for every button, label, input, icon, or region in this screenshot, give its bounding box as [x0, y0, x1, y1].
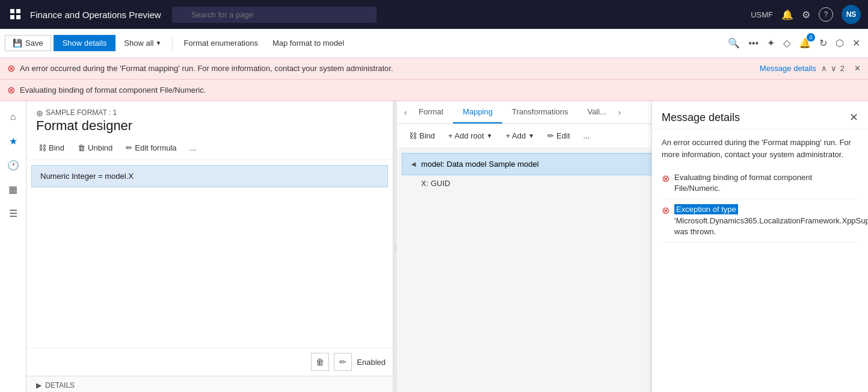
left-sidebar: ⌂ ★ 🕐 ▦ ☰ — [0, 101, 26, 392]
more-options-icon[interactable]: ••• — [745, 35, 762, 52]
format-enumerations-button[interactable]: Format enumerations — [177, 36, 264, 51]
tab-format[interactable]: Format — [409, 101, 453, 123]
tab-transformations[interactable]: Transformations — [502, 101, 577, 123]
add-button[interactable]: + Add ▼ — [501, 129, 540, 143]
page-title: Format designer — [36, 118, 383, 134]
notification-badge: 0 — [807, 33, 815, 42]
add-root-chevron: ▼ — [487, 132, 493, 139]
sidebar-list-icon[interactable]: ☰ — [2, 202, 24, 224]
svg-rect-1 — [16, 9, 20, 13]
details-section[interactable]: ▶ DETAILS — [26, 376, 393, 392]
sidebar-table-icon[interactable]: ▦ — [2, 178, 24, 200]
tab-chevron-right[interactable]: › — [616, 102, 623, 123]
error-text-2: Evaluating binding of format component F… — [20, 86, 206, 95]
link-icon[interactable]: ✦ — [764, 34, 778, 52]
error-bar-2: ⊗ Evaluating binding of format component… — [0, 79, 868, 101]
bind-button[interactable]: ⛓ Bind — [34, 141, 69, 155]
app-title: Finance and Operations Preview — [30, 10, 161, 20]
map-format-button[interactable]: Map format to model — [266, 36, 350, 51]
main-toolbar: 💾 Save Show details Show all ▼ Format en… — [0, 29, 868, 58]
msg-error-icon-1: ⊗ — [662, 173, 669, 184]
save-disk-icon: 💾 — [13, 39, 22, 48]
close-toolbar-icon[interactable]: ✕ — [849, 34, 863, 52]
mapping-bind-icon: ⛓ — [409, 131, 417, 140]
formula-icon: ✏ — [126, 143, 132, 152]
add-chevron: ▼ — [528, 132, 534, 139]
sidebar-star-icon[interactable]: ★ — [2, 130, 24, 152]
message-error-2: ⊗ Exception of type 'Microsoft.Dynamics3… — [662, 199, 858, 243]
app-grid-icon[interactable] — [7, 6, 24, 23]
unbind-button[interactable]: 🗑 Unbind — [73, 141, 117, 155]
message-panel-close[interactable]: ✕ — [849, 111, 858, 124]
top-nav-right: USMF 🔔 ⚙ ? NS — [751, 5, 861, 24]
tree-chevron: ◄ — [410, 160, 417, 169]
sidebar-clock-icon[interactable]: 🕐 — [2, 154, 24, 176]
message-panel-body: An error occurred during the 'Format map… — [652, 129, 868, 250]
svg-rect-2 — [10, 15, 14, 19]
filter-icon[interactable]: ⊛ — [36, 108, 43, 118]
search-wrap: 🔍 — [172, 7, 377, 23]
refresh-icon[interactable]: ↻ — [816, 34, 830, 52]
exception-highlight: Exception of type — [674, 204, 738, 214]
sidebar-home-icon[interactable]: ⌂ — [2, 106, 24, 128]
breadcrumb: SAMPLE FORMAT : 1 — [46, 108, 117, 117]
message-error-1: ⊗ Evaluating binding of format component… — [662, 167, 858, 199]
avatar[interactable]: NS — [842, 5, 861, 24]
delete-button[interactable]: 🗑 — [311, 353, 329, 371]
search-toolbar-icon[interactable]: 🔍 — [725, 34, 743, 52]
svg-rect-0 — [10, 9, 14, 13]
details-chevron: ▶ — [36, 381, 42, 390]
toolbar-separator-1 — [172, 36, 173, 51]
message-description: An error occurred during the 'Format map… — [662, 137, 858, 160]
add-root-button[interactable]: + Add root ▼ — [443, 129, 497, 143]
enabled-label: Enabled — [357, 358, 386, 367]
error-icon-2: ⊗ — [7, 84, 15, 96]
left-panel-toolbar: ⛓ Bind 🗑 Unbind ✏ Edit formula ... — [26, 136, 393, 160]
error-count-num: 2 — [840, 64, 845, 73]
search-input[interactable] — [172, 7, 377, 23]
message-details-link[interactable]: Message details — [760, 64, 816, 73]
tab-mapping[interactable]: Mapping — [453, 101, 502, 123]
error-bar-1: ⊗ An error occurred during the 'Format m… — [0, 58, 868, 79]
exception-rest: 'Microsoft.Dynamics365.LocalizationFrame… — [674, 216, 868, 236]
panel-header: ⊛ SAMPLE FORMAT : 1 Format designer — [26, 101, 393, 136]
more-mapping-button[interactable]: ... — [579, 129, 595, 143]
region-label: USMF — [751, 10, 773, 19]
bell-icon[interactable]: 🔔 — [781, 9, 793, 20]
toolbar-right: 🔍 ••• ✦ ◇ 🔔 0 ↻ ⬡ ✕ — [725, 34, 863, 52]
edit-button[interactable]: ✏ — [334, 353, 352, 371]
gear-icon[interactable]: ⚙ — [802, 9, 810, 20]
error-icon-1: ⊗ — [7, 63, 15, 74]
error-count-area: ∧ ∨ 2 — [821, 64, 845, 73]
format-item[interactable]: Numeric Integer = model.X — [31, 165, 388, 187]
edit-formula-button[interactable]: ✏ Edit formula — [121, 141, 181, 155]
edit-icon: ✏ — [547, 131, 554, 140]
mapping-bind-button[interactable]: ⛓ Bind — [404, 129, 440, 143]
show-details-button[interactable]: Show details — [54, 35, 116, 51]
msg-error-text-2: Exception of type 'Microsoft.Dynamics365… — [674, 204, 868, 237]
save-button[interactable]: 💾 Save — [5, 35, 51, 51]
error-close-1[interactable]: ✕ — [854, 64, 861, 73]
edit-mapping-button[interactable]: ✏ Edit — [543, 129, 574, 143]
more-left-button[interactable]: ... — [185, 141, 202, 155]
left-panel: ⊛ SAMPLE FORMAT : 1 Format designer ⛓ Bi… — [26, 101, 393, 392]
tab-validation[interactable]: Vali... — [577, 101, 616, 123]
bind-icon: ⛓ — [38, 143, 46, 152]
top-nav: Finance and Operations Preview 🔍 USMF 🔔 … — [0, 0, 868, 29]
chevron-down-icon: ▼ — [156, 40, 162, 46]
bookmark-icon[interactable]: ◇ — [780, 34, 793, 52]
msg-error-text-1: Evaluating binding of format component F… — [674, 172, 858, 194]
expand-icon[interactable]: ⬡ — [833, 34, 847, 52]
help-icon[interactable]: ? — [819, 7, 833, 22]
unbind-icon: 🗑 — [78, 143, 85, 152]
details-label: DETAILS — [45, 381, 75, 390]
message-panel-title: Message details — [662, 111, 740, 124]
show-all-button[interactable]: Show all ▼ — [118, 36, 167, 51]
tab-chevron-left[interactable]: ‹ — [402, 102, 409, 123]
message-details-panel: Message details ✕ An error occurred duri… — [651, 101, 868, 392]
tree-item-label: model: Data model Sample model — [421, 160, 539, 169]
msg-error-icon-2: ⊗ — [662, 205, 669, 216]
left-panel-bottom: 🗑 ✏ Enabled — [26, 347, 393, 376]
svg-rect-3 — [16, 15, 20, 19]
left-panel-content: Numeric Integer = model.X — [26, 160, 393, 347]
